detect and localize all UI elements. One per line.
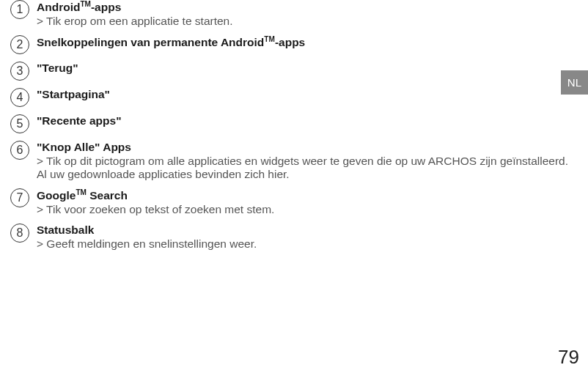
item-description: > Tik erop om een applicatie te starten. [37,15,578,28]
item-text-block: Snelkoppelingen van permanente AndroidTM… [37,35,578,49]
item-title: Snelkoppelingen van permanente AndroidTM… [37,35,578,49]
item-title: Statusbalk [37,224,578,237]
list-item: 2 Snelkoppelingen van permanente Android… [10,35,578,54]
item-description: > Tik op dit pictogram om alle applicati… [37,155,578,181]
language-tab: NL [561,70,588,95]
item-text-block: "Startpagina" [37,88,578,101]
item-number-circle: 6 [10,141,29,160]
title-superscript: TM [76,188,87,196]
item-text-block: "Terug" [37,62,578,75]
item-number-circle: 5 [10,114,29,133]
item-number-circle: 7 [10,188,29,207]
title-pre: Statusbalk [37,224,94,236]
title-pre: "Recente apps" [37,114,122,127]
item-title: "Recente apps" [37,114,578,128]
content-area: 1 AndroidTM-apps > Tik erop om een appli… [0,0,588,251]
item-title: "Terug" [37,62,578,75]
title-post: Search [87,189,128,202]
title-post: -apps [91,1,121,13]
item-text-block: "Knop Alle" Apps > Tik op dit pictogram … [37,141,578,181]
item-number-circle: 3 [10,62,29,81]
item-number-circle: 1 [10,0,29,19]
list-item: 1 AndroidTM-apps > Tik erop om een appli… [10,0,578,28]
list-item: 4 "Startpagina" [10,88,578,107]
item-title: AndroidTM-apps [37,0,578,14]
list-item: 8 Statusbalk > Geeft meldingen en snelin… [10,224,578,251]
item-title: "Startpagina" [37,88,578,101]
list-item: 3 "Terug" [10,62,578,81]
item-description: > Geeft meldingen en snelinstellingen we… [37,237,578,251]
item-number-circle: 2 [10,35,29,54]
page-number: 79 [558,346,579,369]
title-pre: "Knop Alle" Apps [37,141,131,153]
item-description: > Tik voor zoeken op tekst of zoeken met… [37,203,578,216]
title-pre: Google [37,189,76,202]
list-item: 6 "Knop Alle" Apps > Tik op dit pictogra… [10,141,578,181]
title-superscript: TM [264,35,275,43]
title-pre: Snelkoppelingen van permanente Android [37,36,264,48]
item-text-block: "Recente apps" [37,114,578,128]
title-pre: "Startpagina" [37,88,110,100]
title-post: -apps [275,36,305,48]
title-pre: "Terug" [37,62,78,74]
title-superscript: TM [80,0,91,8]
item-text-block: Statusbalk > Geeft meldingen en snelinst… [37,224,578,251]
item-title: "Knop Alle" Apps [37,141,578,154]
list-item: 5 "Recente apps" [10,114,578,133]
title-pre: Android [37,1,80,13]
item-title: GoogleTM Search [37,188,578,202]
item-text-block: AndroidTM-apps > Tik erop om een applica… [37,0,578,28]
item-number-circle: 4 [10,88,29,107]
item-number-circle: 8 [10,224,29,243]
item-text-block: GoogleTM Search > Tik voor zoeken op tek… [37,188,578,216]
list-item: 7 GoogleTM Search > Tik voor zoeken op t… [10,188,578,216]
